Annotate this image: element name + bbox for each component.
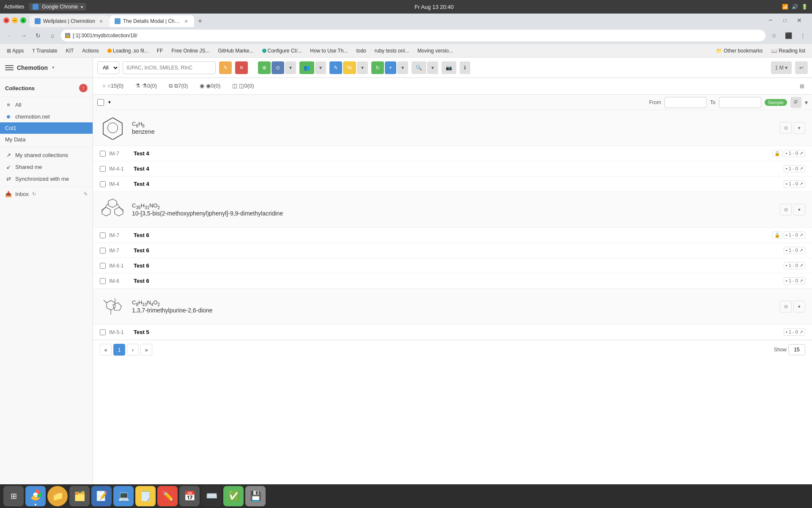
taskbar-usb-button[interactable]: 💾 bbox=[245, 486, 266, 506]
tab-close-details[interactable]: ✕ bbox=[183, 18, 189, 25]
taskbar-editor-button[interactable]: ✏️ bbox=[157, 486, 178, 506]
show-count-input[interactable] bbox=[788, 344, 805, 355]
new-tab-button[interactable]: + bbox=[194, 15, 206, 27]
taskbar-nautilus-button[interactable]: 🗂️ bbox=[69, 486, 90, 506]
inbox-edit-icon[interactable]: ✎ bbox=[84, 191, 88, 197]
benzene-expand-icon[interactable]: ▾ bbox=[793, 122, 805, 134]
users-button[interactable]: 👥 bbox=[299, 61, 314, 74]
caffeine-expand-icon[interactable]: ▾ bbox=[793, 301, 805, 312]
sidebar-item-shared-me[interactable]: ↙ Shared me bbox=[0, 161, 93, 173]
item-action-count-8[interactable]: ▪ 1 - 0 ↗ bbox=[784, 329, 805, 336]
sync-button[interactable]: ↻ bbox=[371, 61, 384, 74]
bookmark-loading[interactable]: Loading .so fil... bbox=[104, 47, 152, 55]
item-checkbox-3[interactable] bbox=[100, 181, 106, 187]
bookmark-actions[interactable]: Actions bbox=[79, 47, 102, 55]
clear-button[interactable]: ✕ bbox=[235, 61, 248, 74]
more-button[interactable]: ▾ bbox=[285, 61, 296, 74]
chrome-close-btn[interactable]: ✕ bbox=[793, 14, 805, 26]
sidebar-item-col1[interactable]: Col1 bbox=[0, 122, 93, 134]
item-checkbox-7[interactable] bbox=[100, 278, 106, 284]
item-action-count-6[interactable]: ▪ 1 - 0 ↗ bbox=[784, 262, 805, 269]
add-small-button[interactable]: + bbox=[385, 61, 396, 74]
select-all-checkbox[interactable] bbox=[97, 99, 104, 106]
search-input[interactable] bbox=[123, 61, 216, 74]
from-date-input[interactable] bbox=[664, 97, 707, 108]
close-button[interactable]: ✕ bbox=[3, 17, 9, 23]
item-checkbox-4[interactable] bbox=[100, 232, 106, 238]
bookmark-translate[interactable]: T Translate bbox=[29, 47, 60, 55]
taskbar-terminal-button[interactable]: ⌨️ bbox=[201, 486, 222, 506]
taskbar-chrome-button[interactable] bbox=[25, 486, 46, 506]
tab-wellplates[interactable]: Wellplates | Chemotion ✕ bbox=[30, 15, 110, 27]
tab-samples[interactable]: ○ ○15(0) bbox=[97, 80, 129, 92]
hamburger-menu-icon[interactable] bbox=[5, 64, 14, 72]
bookmark-star-icon[interactable]: ☆ bbox=[768, 30, 780, 41]
taskbar-writer-button[interactable]: 📝 bbox=[91, 486, 112, 506]
item-action-count-4[interactable]: ▪ 1 - 0 ↗ bbox=[784, 232, 805, 239]
sidebar-item-mydata[interactable]: My Data bbox=[0, 134, 93, 145]
tab-details-modal[interactable]: The Details Modal | Chem… ✕ bbox=[110, 15, 194, 27]
filter-chevron-icon[interactable]: ▾ bbox=[805, 99, 808, 106]
bookmark-moving[interactable]: Moving versio... bbox=[414, 47, 456, 55]
to-date-input[interactable] bbox=[719, 97, 761, 108]
taskbar-files-button[interactable]: 📁 bbox=[47, 486, 68, 506]
edit-more-button[interactable]: ▾ bbox=[357, 61, 368, 74]
percent-button[interactable]: % bbox=[343, 61, 356, 74]
pagination-first-button[interactable]: « bbox=[100, 344, 112, 356]
bookmark-other[interactable]: 📁 Other bookmarks bbox=[713, 47, 766, 55]
item-checkbox-5[interactable] bbox=[100, 248, 106, 254]
bookmark-free-js[interactable]: Free Online JS... bbox=[168, 47, 213, 55]
item-action-count-7[interactable]: ▪ 1 - 0 ↗ bbox=[784, 277, 805, 284]
edit-button[interactable]: ✎ bbox=[219, 61, 232, 74]
create-button[interactable]: ⊕ bbox=[258, 61, 271, 74]
chrome-restore-btn[interactable]: □ bbox=[779, 14, 791, 26]
bookmark-kit[interactable]: KIT bbox=[63, 47, 77, 55]
taskbar-notes-button[interactable]: 🗒️ bbox=[135, 486, 156, 506]
tab-wellplates[interactable]: ⧉ ⧉7(0) bbox=[164, 80, 193, 93]
filter-settings-icon[interactable]: ⊞ bbox=[796, 80, 808, 92]
taskbar-apps-grid-button[interactable]: ⊞ bbox=[3, 486, 24, 506]
activities-label[interactable]: Activities bbox=[4, 4, 24, 10]
search-view-button[interactable]: 🔍 bbox=[411, 61, 426, 74]
item-checkbox-8[interactable] bbox=[100, 329, 106, 335]
bookmark-reading-list[interactable]: 📖 Reading list bbox=[768, 47, 809, 55]
pagination-page-1-button[interactable]: 1 bbox=[113, 344, 125, 356]
chrome-menu-os[interactable]: Google Chrome ▾ bbox=[29, 3, 86, 11]
chrome-more-icon[interactable]: ⋮ bbox=[797, 30, 809, 41]
tab-screens[interactable]: ◉ ◉0(0) bbox=[195, 80, 225, 92]
item-checkbox-2[interactable] bbox=[100, 166, 106, 172]
sidebar-item-shared-collections[interactable]: ↗ My shared collections bbox=[0, 149, 93, 161]
user-button[interactable]: 1 M ▾ bbox=[771, 61, 792, 74]
sync-more-button[interactable]: ▾ bbox=[397, 61, 408, 74]
address-bar[interactable]: 🔒 [:1]:3001/mydb/collection/18/ bbox=[61, 30, 765, 41]
pagination-last-button[interactable]: » bbox=[140, 344, 152, 356]
view-more-button[interactable]: ▾ bbox=[427, 61, 438, 74]
item-action-lock-4[interactable]: 🔒 bbox=[772, 232, 782, 239]
bookmark-how-to[interactable]: How to Use Th... bbox=[307, 47, 351, 55]
edit-collection-button[interactable]: ✎ bbox=[329, 61, 342, 74]
bookmark-ruby[interactable]: ruby tests onl... bbox=[371, 47, 412, 55]
bookmark-github[interactable]: GitHub Marke... bbox=[214, 47, 257, 55]
chrome-minimize-btn[interactable]: − bbox=[765, 14, 776, 26]
tab-reactions[interactable]: ⚗ ⚗0(0) bbox=[130, 80, 162, 92]
item-action-count-3[interactable]: ▪ 1 - 0 ↗ bbox=[784, 180, 805, 188]
filter-p-button[interactable]: P bbox=[790, 97, 801, 108]
back-button[interactable]: ← bbox=[3, 30, 15, 41]
bookmark-apps[interactable]: ⊞ Apps bbox=[3, 47, 27, 55]
logout-button[interactable]: ↩ bbox=[795, 61, 808, 74]
tab-close-wellplates[interactable]: ✕ bbox=[98, 18, 104, 25]
reload-button[interactable]: ↻ bbox=[32, 30, 44, 41]
taskbar-tasks-button[interactable]: ✅ bbox=[223, 486, 244, 506]
bookmark-ff[interactable]: FF bbox=[154, 47, 167, 55]
tab-research[interactable]: ◫ ◫0(0) bbox=[227, 80, 259, 92]
maximize-button[interactable]: + bbox=[20, 17, 26, 23]
camera-button[interactable]: 📷 bbox=[442, 61, 456, 74]
item-action-lock-1[interactable]: 🔒 bbox=[772, 150, 782, 157]
users-more-button[interactable]: ▾ bbox=[315, 61, 326, 74]
sidebar-item-all[interactable]: ≡ All bbox=[0, 99, 93, 110]
sidebar-item-synchronized[interactable]: ⇄ Synchronized with me bbox=[0, 173, 93, 185]
select-all-chevron[interactable]: ▾ bbox=[108, 99, 111, 105]
bookmark-configure[interactable]: Configure CI/... bbox=[259, 47, 305, 55]
item-checkbox-1[interactable] bbox=[100, 151, 106, 157]
collections-badge[interactable]: ! bbox=[79, 84, 88, 92]
